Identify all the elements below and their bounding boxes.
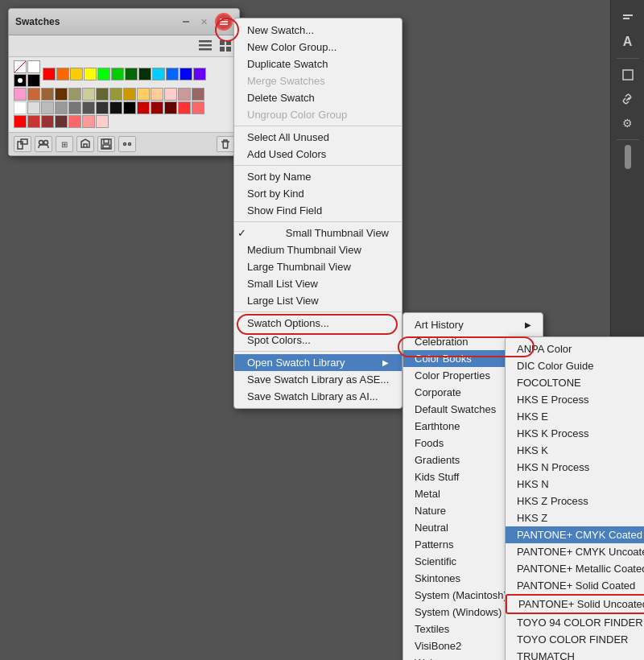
swatch-white[interactable]	[27, 60, 40, 73]
cb-focoltone[interactable]: FOCOLTONE	[506, 374, 644, 391]
save-library-icon[interactable]	[97, 136, 115, 152]
swatch-red7[interactable]	[14, 115, 27, 128]
swatch-red8[interactable]	[27, 115, 40, 128]
swatch-red2[interactable]	[137, 101, 150, 114]
swatch-purple[interactable]	[193, 68, 206, 80]
menu-show-find-field[interactable]: Show Find Field	[234, 202, 402, 219]
swatch-blue1[interactable]	[166, 68, 179, 80]
swatch-tan1[interactable]	[82, 88, 95, 101]
swatch-pink1[interactable]	[14, 88, 27, 101]
swatch-yellow2[interactable]	[84, 68, 97, 80]
swatch-brown1[interactable]	[27, 88, 40, 101]
cb-pantone-solid-coated[interactable]: PANTONE+ Solid Coated	[506, 577, 644, 594]
swatch-pink3[interactable]	[82, 115, 95, 128]
menu-small-list[interactable]: Small List View	[234, 275, 402, 292]
delete-swatch-icon[interactable]	[217, 136, 234, 152]
panel-close-icon[interactable]: ✕	[197, 15, 210, 28]
list-view-icon[interactable]	[197, 38, 213, 54]
swatch-pink4[interactable]	[96, 115, 109, 128]
swatch-rose1[interactable]	[164, 88, 177, 101]
cb-hks-k[interactable]: HKS K	[506, 442, 644, 459]
cb-hks-n[interactable]: HKS N	[506, 476, 644, 493]
cb-pantone-solid-uncoated[interactable]: PANTONE+ Solid Uncoated	[506, 594, 644, 614]
cb-pantone-metallic-coated[interactable]: PANTONE+ Metallic Coated	[506, 560, 644, 577]
menu-new-color-group[interactable]: New Color Group...	[234, 39, 402, 56]
swatch-olive2[interactable]	[96, 88, 109, 101]
cb-hks-n-process[interactable]: HKS N Process	[506, 459, 644, 476]
swatch-red9[interactable]	[41, 115, 54, 128]
swatch-green2[interactable]	[111, 68, 124, 80]
new-color-group-icon[interactable]	[35, 136, 52, 152]
menu-small-thumbnail[interactable]: Small Thumbnail View	[234, 225, 402, 241]
menu-delete-swatch[interactable]: Delete Swatch	[234, 89, 402, 106]
swatch-rose2[interactable]	[178, 88, 191, 101]
cb-anpa-color[interactable]: ANPA Color	[506, 340, 644, 357]
swatch-none[interactable]	[14, 60, 27, 73]
swatch-gray7[interactable]	[109, 101, 122, 114]
menu-spot-colors[interactable]: Spot Colors...	[234, 332, 402, 349]
cb-pantone-cmyk-coated[interactable]: PANTONE+ CMYK Coated	[506, 526, 644, 543]
menu-sort-by-kind[interactable]: Sort by Kind	[234, 185, 402, 202]
menu-open-swatch-library[interactable]: Open Swatch Library ▶	[234, 354, 402, 371]
cb-pantone-cmyk-uncoated[interactable]: PANTONE+ CMYK Uncoated	[506, 543, 644, 560]
swatch-gold2[interactable]	[137, 88, 150, 101]
menu-new-swatch[interactable]: New Swatch...	[234, 22, 402, 39]
swatch-cyan[interactable]	[152, 68, 165, 80]
sidebar-icon-gear[interactable]: ⚙	[617, 112, 639, 134]
menu-duplicate-swatch[interactable]: Duplicate Swatch	[234, 56, 402, 72]
swatch-brown2[interactable]	[41, 88, 54, 101]
cb-hks-z[interactable]: HKS Z	[506, 509, 644, 526]
swatch-black[interactable]	[27, 74, 40, 87]
swatch-orange1[interactable]	[56, 68, 69, 80]
cb-dic-color-guide[interactable]: DIC Color Guide	[506, 357, 644, 374]
swatch-brown3[interactable]	[55, 88, 68, 101]
grid-view-icon[interactable]	[218, 38, 234, 54]
swatch-black2[interactable]	[123, 101, 136, 114]
swatch-blue2[interactable]	[180, 68, 192, 80]
cb-hks-e-process[interactable]: HKS E Process	[506, 391, 644, 408]
swatch-registration[interactable]	[14, 74, 27, 87]
sidebar-icon-text[interactable]	[617, 6, 639, 29]
cb-hks-e[interactable]: HKS E	[506, 408, 644, 425]
swatch-red3[interactable]	[151, 101, 163, 114]
cb-toyo-94[interactable]: TOYO 94 COLOR FINDER	[506, 614, 644, 631]
menu-large-thumbnail[interactable]: Large Thumbnail View	[234, 258, 402, 275]
sidebar-icon-scroll[interactable]	[617, 145, 639, 167]
menu-add-used-colors[interactable]: Add Used Colors	[234, 146, 402, 163]
swatch-red1[interactable]	[43, 68, 56, 80]
menu-save-ai[interactable]: Save Swatch Library as AI...	[234, 388, 402, 405]
swatch-olive1[interactable]	[68, 88, 81, 101]
show-options-icon[interactable]	[118, 136, 136, 152]
swatch-white2[interactable]	[14, 101, 27, 114]
sidebar-icon-link[interactable]	[617, 88, 639, 110]
swatch-yellow1[interactable]	[70, 68, 83, 80]
swatch-options-icon[interactable]: ⊞	[56, 136, 73, 152]
swatch-gray3[interactable]	[55, 101, 68, 114]
swatch-pink2[interactable]	[68, 115, 81, 128]
menu-save-ase[interactable]: Save Swatch Library as ASE...	[234, 371, 402, 388]
menu-medium-thumbnail[interactable]: Medium Thumbnail View	[234, 241, 402, 258]
swatch-peach1[interactable]	[151, 88, 163, 101]
panel-menu-button[interactable]	[215, 13, 233, 31]
swatch-gold1[interactable]	[123, 88, 136, 101]
menu-swatch-options[interactable]: Swatch Options...	[234, 315, 402, 332]
swatch-red6[interactable]	[192, 101, 204, 114]
swatch-olive3[interactable]	[109, 88, 122, 101]
cb-trumatch[interactable]: TRUMATCH	[506, 648, 644, 660]
submenu-art-history[interactable]: Art History ▶	[403, 316, 543, 333]
swatch-red10[interactable]	[55, 115, 68, 128]
swatch-darkgreen1[interactable]	[125, 68, 138, 80]
cb-hks-k-process[interactable]: HKS K Process	[506, 425, 644, 442]
swatch-red4[interactable]	[164, 101, 177, 114]
swatch-green1[interactable]	[97, 68, 110, 80]
sidebar-icon-square[interactable]	[617, 64, 639, 86]
swatch-red5[interactable]	[178, 101, 191, 114]
swatch-mauve1[interactable]	[192, 88, 204, 101]
swatch-gray5[interactable]	[82, 101, 95, 114]
cb-hks-z-process[interactable]: HKS Z Process	[506, 493, 644, 509]
swatch-gray2[interactable]	[41, 101, 54, 114]
menu-sort-by-name[interactable]: Sort by Name	[234, 168, 402, 185]
panel-collapse-icon[interactable]	[180, 15, 192, 28]
cb-toyo-color-finder[interactable]: TOYO COLOR FINDER	[506, 631, 644, 648]
load-library-icon[interactable]	[76, 136, 94, 152]
